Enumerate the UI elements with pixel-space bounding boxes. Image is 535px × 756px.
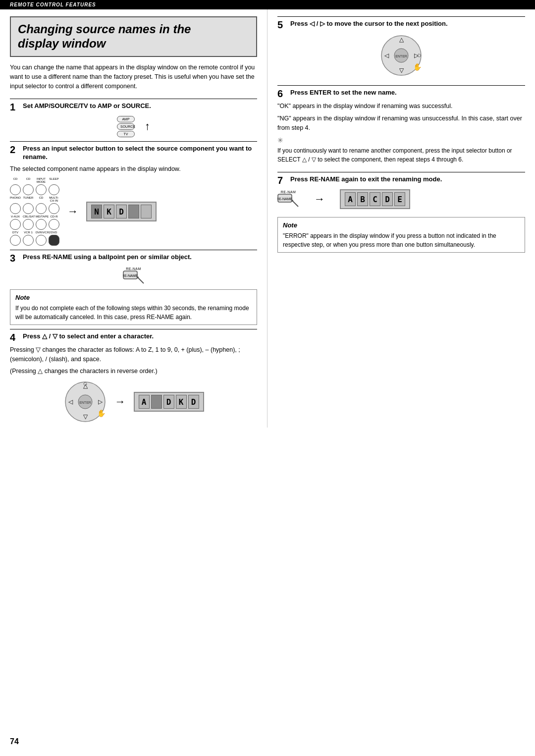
display-char-4: [128, 205, 139, 218]
input-selector-grid: CD CD INPUT MODE SLEEP PHONO TUNER: [10, 177, 59, 246]
step7-arrow: →: [314, 193, 325, 206]
step2-display: N K D: [86, 202, 157, 221]
note7-box: Note "ERROR" appears in the display wind…: [277, 217, 525, 253]
btn-mdtape: [36, 219, 47, 230]
page-number: 74: [10, 737, 19, 746]
svg-line-2: [138, 277, 144, 283]
svg-text:ENTER: ENTER: [395, 54, 407, 58]
step2-body: The selected component name appears in t…: [10, 164, 257, 174]
step7-rename-svg: RE-NAME: [277, 194, 299, 209]
step7-display: A B C D E: [340, 189, 410, 209]
step4-char-1: A: [139, 395, 150, 409]
step6-body1: "OK" appears in the display window if re…: [277, 102, 525, 111]
btn-cblsat: [23, 219, 34, 230]
btn-dvd: [49, 235, 59, 246]
step6-body2: "NG" appears in the display window if re…: [277, 114, 525, 133]
step4-body1: Pressing ▽ changes the character as foll…: [10, 345, 257, 364]
left-column: Changing source names in the display win…: [10, 9, 268, 428]
btn-dtv: [10, 235, 21, 246]
svg-text:▷: ▷: [414, 52, 419, 59]
btn-cd2: [23, 184, 34, 195]
page-title: Changing source names in the display win…: [18, 22, 249, 51]
grid-row-labels-3: V-AUX CBL/SAT MD/TAPE CD-R: [10, 215, 59, 218]
svg-text:✋: ✋: [97, 409, 106, 418]
svg-text:ENTER: ENTER: [79, 401, 91, 404]
top-bar: Remote Control Features: [0, 0, 535, 9]
source-button: SOURCE: [117, 123, 135, 130]
display-char-2: K: [104, 205, 114, 218]
step5-nav-svg: ENTER △ ▽ ◁ ▷ ✋: [379, 34, 423, 77]
step3-diagram: RE-NAM RE-NAME: [10, 267, 257, 285]
step1-diagram: AMP SOURCE TV ↑: [10, 116, 257, 137]
step3-heading: 3 Press RE-NAME using a ballpoint pen or…: [10, 250, 257, 263]
step7-char-2: B: [357, 192, 368, 206]
step7-rename-illustration: RE-NAM RE-NAME: [277, 190, 299, 209]
svg-text:▷: ▷: [98, 398, 103, 405]
step4-char-5: D: [188, 395, 199, 409]
display-char-5: [141, 205, 152, 218]
note6-text: If you continuously want to rename anoth…: [277, 146, 525, 164]
step7-char-5: E: [394, 192, 405, 206]
step7-char-1: A: [345, 192, 356, 206]
btn-vcr1: [23, 235, 34, 246]
svg-text:◁: ◁: [384, 52, 389, 59]
btn-tuner: [23, 203, 34, 214]
step4-char-2: [151, 395, 162, 409]
right-column: 5 Press ◁ / ▷ to move the cursor to the …: [268, 9, 525, 428]
svg-line-24: [292, 201, 298, 207]
grid-row-1: [10, 184, 59, 195]
note7-text: "ERROR" appears in the display window if…: [283, 231, 520, 249]
svg-point-25: [291, 200, 293, 202]
svg-text:▽: ▽: [83, 413, 88, 420]
up-arrow-indicator: ↑: [145, 120, 150, 133]
step4-diagram: ENTER △ ▽ ◁ ▷ ✋ → A D K: [10, 380, 257, 424]
grid-row-3: [10, 219, 59, 230]
sparkle-icon: ✳: [277, 136, 525, 144]
btn-sleep: [49, 184, 59, 195]
svg-text:▽: ▽: [399, 67, 404, 74]
svg-text:✋: ✋: [413, 63, 422, 71]
step4-char-3: D: [163, 395, 174, 409]
btn-multich: [49, 203, 59, 214]
grid-row-labels-1: CD CD INPUT MODE SLEEP: [10, 177, 59, 183]
step1-heading: 1 Set AMP/SOURCE/TV to AMP or SOURCE.: [10, 99, 257, 112]
svg-point-3: [137, 276, 139, 278]
grid-row-labels-2: PHONO TUNER CD MULTI-CH IN: [10, 196, 59, 202]
title-box: Changing source names in the display win…: [10, 16, 257, 57]
btn-dvr: [36, 235, 47, 246]
btn-vaux: [10, 219, 21, 230]
tv-button: TV: [117, 131, 135, 137]
svg-text:RE-NAME: RE-NAME: [123, 274, 138, 277]
btn-cd1: [10, 184, 21, 195]
step7-char-4: D: [382, 192, 393, 206]
top-bar-label: Remote Control Features: [10, 2, 96, 7]
content-grid: Changing source names in the display win…: [0, 9, 535, 428]
nav-circle-svg: ENTER △ ▽ ◁ ▷ ✋: [63, 380, 107, 424]
svg-text:△: △: [399, 36, 404, 43]
rename-pen-svg: RE-NAME: [123, 270, 145, 285]
step2-arrow: →: [67, 205, 78, 218]
step4-body2: (Pressing △ changes the characters in re…: [10, 367, 257, 376]
step2-diagram: CD CD INPUT MODE SLEEP PHONO TUNER: [10, 177, 257, 246]
amp-source-tv-buttons: AMP SOURCE TV: [117, 116, 135, 137]
btn-phono: [10, 203, 21, 214]
btn-cdr: [49, 219, 59, 230]
step4-heading: 4 Press △ / ▽ to select and enter a char…: [10, 329, 257, 342]
display-char-3: D: [116, 205, 127, 218]
step2-heading: 2 Press an input selector button to sele…: [10, 141, 257, 162]
svg-text:◁: ◁: [68, 398, 73, 405]
step4-arrow: →: [115, 395, 126, 408]
note3-text: If you do not complete each of the follo…: [15, 304, 252, 322]
grid-row-labels-4: DTV VCR 1 DVR/VCR2 DVD: [10, 231, 59, 234]
grid-row-4: [10, 235, 59, 246]
page: Remote Control Features Changing source …: [0, 0, 535, 756]
step7-char-3: C: [370, 192, 380, 206]
grid-row-2: [10, 203, 59, 214]
display-char-1: N: [91, 205, 102, 218]
amp-button: AMP: [117, 116, 135, 122]
step6-heading: 6 Press ENTER to set the new name.: [277, 85, 525, 99]
rename-button-illustration: RE-NAM RE-NAME: [123, 267, 145, 285]
svg-text:RE-NAME: RE-NAME: [277, 197, 292, 201]
step7-heading: 7 Press RE-NAME again to exit the renami…: [277, 172, 525, 185]
note6-container: ✳ If you continuously want to rename ano…: [277, 136, 525, 164]
